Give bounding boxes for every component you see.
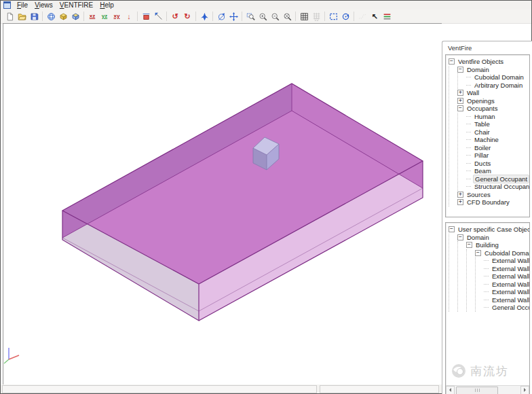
new-file-icon	[5, 12, 14, 21]
status-cell-right	[320, 385, 439, 393]
menu-item-help[interactable]: Help	[96, 1, 117, 10]
collapse-toggle-icon[interactable]: −	[457, 234, 463, 240]
thumb-grip	[475, 389, 476, 392]
tree-label: Machine	[473, 136, 500, 143]
tree-node-domain[interactable]: −Domain	[457, 234, 529, 242]
layers-button[interactable]	[381, 10, 393, 22]
expand-toggle-icon[interactable]: +	[457, 199, 463, 205]
tree-connector	[484, 300, 489, 300]
tree-connector	[466, 85, 471, 86]
tree-node-structural-occupant[interactable]: Structural Occupant	[466, 183, 529, 191]
orbit-view-button[interactable]	[216, 10, 227, 22]
tree-node-external-wall-4[interactable]: External Wall_4	[484, 257, 529, 265]
tree-connector	[466, 186, 471, 187]
tree-label: Table	[473, 120, 491, 128]
tree-connector	[466, 179, 471, 179]
tree-node-domain[interactable]: −Domain	[457, 66, 529, 74]
tree-node-human[interactable]: Human	[466, 113, 529, 121]
tree-node-external-wall-9[interactable]: External Wall_9	[484, 296, 529, 304]
tree-connector	[466, 124, 471, 124]
tree-node-user-specific-case-objects[interactable]: −User specific Case Objects	[449, 226, 529, 234]
solid-box-button[interactable]	[58, 10, 69, 22]
collapse-toggle-icon[interactable]: −	[449, 58, 455, 65]
viewport-3d[interactable]	[3, 23, 442, 385]
tree-label: User specific Case Objects	[457, 226, 530, 233]
tree-node-arbitrary-domain[interactable]: Arbitrary Domain	[466, 82, 529, 90]
tree-node-table[interactable]: Table	[466, 120, 529, 128]
toolbar-separator	[42, 12, 43, 21]
expand-toggle-icon[interactable]: +	[457, 98, 463, 104]
tree-node-external-wall-6[interactable]: External Wall_6	[484, 272, 529, 281]
pointer-tool-button[interactable]: ↖	[369, 10, 381, 22]
tree-label: External Wall_5	[491, 265, 530, 272]
open-file-button[interactable]	[16, 10, 28, 22]
view-down-button[interactable]: ↓	[124, 10, 135, 22]
select-box-button[interactable]	[328, 10, 339, 22]
scroll-left-button[interactable]	[446, 386, 455, 394]
collapse-toggle-icon[interactable]: −	[457, 105, 463, 111]
zoom-in-button[interactable]	[257, 10, 269, 22]
tree-node-wall[interactable]: +Wall	[457, 89, 529, 97]
tree-node-occupants[interactable]: −Occupants	[457, 105, 529, 113]
menu-item-ventfire[interactable]: VENTFIRE	[56, 1, 96, 10]
fly-mode-button[interactable]	[199, 10, 210, 22]
tree-node-ventfire-objects[interactable]: −Ventfire Objects	[449, 58, 529, 66]
expand-toggle-icon[interactable]: +	[457, 90, 463, 96]
rotate-ring-button[interactable]	[340, 10, 352, 22]
save-button[interactable]	[28, 10, 40, 22]
tree-node-chair[interactable]: Chair	[466, 128, 529, 137]
collapse-toggle-icon[interactable]: −	[466, 242, 472, 248]
grid-toggle-button[interactable]	[299, 10, 310, 22]
tree-node-cuboidal-domain[interactable]: Cuboidal Domain	[466, 73, 529, 82]
diagonal-line-tool-button[interactable]	[153, 10, 164, 22]
tree-node-machine[interactable]: Machine	[466, 136, 529, 144]
collapse-toggle-icon[interactable]: −	[457, 67, 463, 73]
tree-node-ducts[interactable]: Ducts	[466, 160, 529, 168]
zoom-in-icon	[259, 12, 267, 21]
collapse-toggle-icon[interactable]: −	[449, 226, 455, 232]
tree-label: Domain	[466, 234, 491, 241]
expand-toggle-icon[interactable]: +	[457, 192, 463, 198]
fly-icon	[200, 12, 209, 21]
scrollbar-track[interactable]	[455, 387, 520, 394]
tree-node-cfd-boundary[interactable]: +CFD Boundary	[457, 198, 529, 207]
view-xy-button[interactable]: xy	[111, 10, 123, 22]
scrollbar-thumb[interactable]	[456, 387, 498, 394]
ventfire-objects-tree: −Ventfire Objects−DomainCuboidal DomainA…	[445, 54, 530, 217]
rectangle-tool-button[interactable]	[140, 10, 152, 22]
tree-node-external-wall-7[interactable]: External Wall_7	[484, 281, 529, 289]
menu-item-views[interactable]: Views	[31, 1, 56, 10]
thumb-grip	[477, 389, 478, 392]
toolbar-separator	[83, 12, 84, 21]
rotate-left-button[interactable]: ↺	[170, 10, 181, 22]
tree-node-openings[interactable]: +Openings	[457, 97, 529, 105]
tree-node-external-wall-8[interactable]: External Wall_8	[484, 288, 529, 296]
tree-label: External Wall_7	[491, 281, 530, 288]
pan-view-button[interactable]	[228, 10, 240, 22]
zoom-dynamic-button[interactable]	[282, 10, 293, 22]
tree-label: Sources	[466, 191, 492, 198]
tree-node-external-wall-5[interactable]: External Wall_5	[484, 265, 529, 273]
tree-node-boiler[interactable]: Boiler	[466, 144, 529, 152]
zoom-out-button[interactable]	[269, 10, 281, 22]
tree-label: External Wall_6	[491, 272, 530, 280]
new-file-button[interactable]	[4, 10, 16, 22]
tree-node-pillar[interactable]: Pillar	[466, 151, 529, 160]
view-yz-button[interactable]: yz	[99, 10, 111, 22]
tree-node-cuboidal-domain-3[interactable]: −Cuboidal Domain_3	[475, 249, 529, 257]
scroll-right-button[interactable]	[520, 386, 529, 394]
perspective-view-button[interactable]	[45, 10, 57, 22]
rotate-right-button[interactable]: ↻	[182, 10, 193, 22]
cube-view-button[interactable]	[70, 10, 81, 22]
view-xz-button[interactable]: xz	[87, 10, 98, 22]
zoom-window-button[interactable]	[245, 10, 256, 22]
collapse-toggle-icon[interactable]: −	[475, 250, 481, 256]
tree-node-beam[interactable]: Beam	[466, 167, 529, 175]
tree-node-general-occupant-1[interactable]: General Occupant_1	[484, 304, 529, 312]
menu-item-file[interactable]: File	[14, 1, 31, 10]
horizontal-scrollbar[interactable]	[446, 385, 529, 394]
tree-node-general-occupant[interactable]: General Occupant	[466, 175, 529, 183]
tree-node-building[interactable]: −Building	[466, 241, 529, 249]
tree-node-sources[interactable]: +Sources	[457, 191, 529, 199]
ventfire-panel: VentFire −Ventfire Objects−DomainCuboida…	[442, 41, 532, 394]
